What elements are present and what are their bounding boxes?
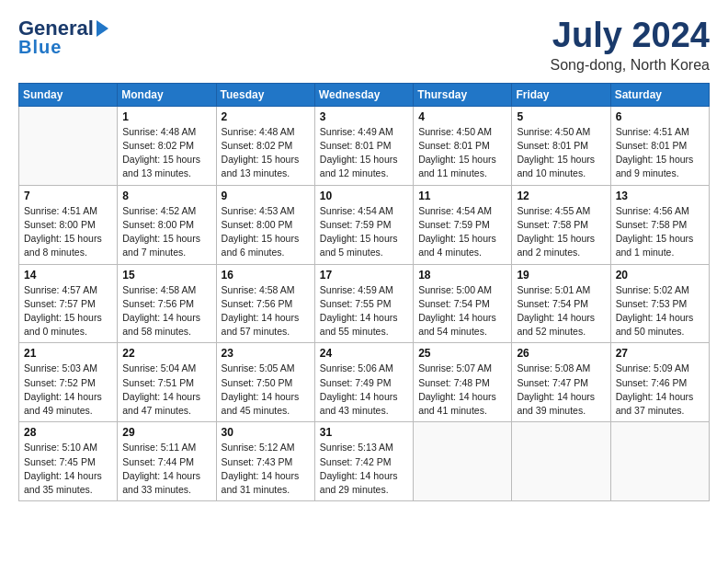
day-number: 20 xyxy=(616,269,704,282)
day-number: 2 xyxy=(222,110,310,123)
calendar-cell: 6Sunrise: 4:51 AM Sunset: 8:01 PM Daylig… xyxy=(610,106,709,185)
day-number: 10 xyxy=(320,190,408,202)
calendar-cell: 15Sunrise: 4:58 AM Sunset: 7:56 PM Dayli… xyxy=(118,264,216,343)
day-number: 3 xyxy=(320,110,408,123)
calendar-cell: 14Sunrise: 4:57 AM Sunset: 7:57 PM Dayli… xyxy=(19,264,118,343)
day-info: Sunrise: 4:49 AM Sunset: 8:01 PM Dayligh… xyxy=(320,125,408,181)
calendar-header-saturday: Saturday xyxy=(610,83,709,106)
day-number: 4 xyxy=(418,110,506,123)
calendar-cell: 20Sunrise: 5:02 AM Sunset: 7:53 PM Dayli… xyxy=(610,264,709,343)
day-info: Sunrise: 4:54 AM Sunset: 7:59 PM Dayligh… xyxy=(320,204,408,260)
day-number: 14 xyxy=(24,269,112,282)
day-info: Sunrise: 5:07 AM Sunset: 7:48 PM Dayligh… xyxy=(418,362,506,418)
day-info: Sunrise: 5:02 AM Sunset: 7:53 PM Dayligh… xyxy=(616,283,704,339)
calendar-cell: 31Sunrise: 5:13 AM Sunset: 7:42 PM Dayli… xyxy=(314,422,413,501)
day-number: 29 xyxy=(122,426,210,439)
day-info: Sunrise: 5:10 AM Sunset: 7:45 PM Dayligh… xyxy=(24,441,112,497)
day-number: 30 xyxy=(222,426,310,439)
day-number: 11 xyxy=(418,190,506,202)
calendar-cell: 2Sunrise: 4:48 AM Sunset: 8:02 PM Daylig… xyxy=(216,106,314,185)
day-info: Sunrise: 5:09 AM Sunset: 7:46 PM Dayligh… xyxy=(616,362,704,418)
day-number: 13 xyxy=(616,190,704,202)
calendar-cell: 18Sunrise: 5:00 AM Sunset: 7:54 PM Dayli… xyxy=(414,264,512,343)
day-number: 5 xyxy=(517,110,605,123)
month-title: July 2024 xyxy=(551,17,710,55)
day-info: Sunrise: 4:55 AM Sunset: 7:58 PM Dayligh… xyxy=(517,204,605,260)
day-number: 8 xyxy=(122,190,210,202)
calendar-cell: 23Sunrise: 5:05 AM Sunset: 7:50 PM Dayli… xyxy=(216,343,314,422)
calendar-cell: 26Sunrise: 5:08 AM Sunset: 7:47 PM Dayli… xyxy=(512,343,610,422)
day-info: Sunrise: 4:59 AM Sunset: 7:55 PM Dayligh… xyxy=(320,283,408,339)
calendar-cell: 29Sunrise: 5:11 AM Sunset: 7:44 PM Dayli… xyxy=(118,422,216,501)
calendar-cell: 27Sunrise: 5:09 AM Sunset: 7:46 PM Dayli… xyxy=(610,343,709,422)
calendar-cell: 1Sunrise: 4:48 AM Sunset: 8:02 PM Daylig… xyxy=(118,106,216,185)
day-number: 17 xyxy=(320,269,408,282)
day-info: Sunrise: 4:48 AM Sunset: 8:02 PM Dayligh… xyxy=(122,125,210,181)
calendar-cell: 22Sunrise: 5:04 AM Sunset: 7:51 PM Dayli… xyxy=(118,343,216,422)
day-number: 19 xyxy=(517,269,605,282)
calendar-cell: 13Sunrise: 4:56 AM Sunset: 7:58 PM Dayli… xyxy=(610,185,709,264)
calendar-cell xyxy=(414,422,512,501)
calendar-header-thursday: Thursday xyxy=(414,83,512,106)
day-info: Sunrise: 4:52 AM Sunset: 8:00 PM Dayligh… xyxy=(122,204,210,260)
day-number: 22 xyxy=(122,347,210,360)
day-number: 9 xyxy=(222,190,310,202)
calendar-cell: 7Sunrise: 4:51 AM Sunset: 8:00 PM Daylig… xyxy=(19,185,118,264)
day-info: Sunrise: 4:57 AM Sunset: 7:57 PM Dayligh… xyxy=(24,283,112,339)
day-info: Sunrise: 5:00 AM Sunset: 7:54 PM Dayligh… xyxy=(418,283,506,339)
day-info: Sunrise: 4:56 AM Sunset: 7:58 PM Dayligh… xyxy=(616,204,704,260)
day-info: Sunrise: 4:51 AM Sunset: 8:01 PM Dayligh… xyxy=(616,125,704,181)
day-number: 27 xyxy=(616,347,704,360)
day-number: 25 xyxy=(418,347,506,360)
day-info: Sunrise: 5:13 AM Sunset: 7:42 PM Dayligh… xyxy=(320,441,408,497)
day-info: Sunrise: 5:01 AM Sunset: 7:54 PM Dayligh… xyxy=(517,283,605,339)
logo-blue: Blue xyxy=(18,37,62,58)
logo: General Blue xyxy=(18,17,108,58)
calendar-cell: 8Sunrise: 4:52 AM Sunset: 8:00 PM Daylig… xyxy=(118,185,216,264)
calendar-cell: 9Sunrise: 4:53 AM Sunset: 8:00 PM Daylig… xyxy=(216,185,314,264)
calendar-week-3: 14Sunrise: 4:57 AM Sunset: 7:57 PM Dayli… xyxy=(19,264,710,343)
day-info: Sunrise: 4:58 AM Sunset: 7:56 PM Dayligh… xyxy=(122,283,210,339)
day-info: Sunrise: 5:06 AM Sunset: 7:49 PM Dayligh… xyxy=(320,362,408,418)
calendar-cell: 5Sunrise: 4:50 AM Sunset: 8:01 PM Daylig… xyxy=(512,106,610,185)
day-number: 21 xyxy=(24,347,112,360)
day-number: 24 xyxy=(320,347,408,360)
calendar-cell xyxy=(512,422,610,501)
day-info: Sunrise: 4:53 AM Sunset: 8:00 PM Dayligh… xyxy=(222,204,310,260)
day-number: 28 xyxy=(24,426,112,439)
calendar-header-friday: Friday xyxy=(512,83,610,106)
calendar-cell xyxy=(610,422,709,501)
calendar-week-4: 21Sunrise: 5:03 AM Sunset: 7:52 PM Dayli… xyxy=(19,343,710,422)
day-info: Sunrise: 4:50 AM Sunset: 8:01 PM Dayligh… xyxy=(418,125,506,181)
day-number: 31 xyxy=(320,426,408,439)
calendar-header-sunday: Sunday xyxy=(19,83,118,106)
calendar-header-row: SundayMondayTuesdayWednesdayThursdayFrid… xyxy=(19,83,710,106)
calendar-cell: 24Sunrise: 5:06 AM Sunset: 7:49 PM Dayli… xyxy=(314,343,413,422)
calendar-week-2: 7Sunrise: 4:51 AM Sunset: 8:00 PM Daylig… xyxy=(19,185,710,264)
title-area: July 2024 Song-dong, North Korea xyxy=(551,17,710,74)
calendar-week-5: 28Sunrise: 5:10 AM Sunset: 7:45 PM Dayli… xyxy=(19,422,710,501)
header: General Blue July 2024 Song-dong, North … xyxy=(18,17,710,74)
day-info: Sunrise: 4:51 AM Sunset: 8:00 PM Dayligh… xyxy=(24,204,112,260)
day-number: 12 xyxy=(517,190,605,202)
subtitle: Song-dong, North Korea xyxy=(551,57,710,74)
calendar-cell: 11Sunrise: 4:54 AM Sunset: 7:59 PM Dayli… xyxy=(414,185,512,264)
day-number: 23 xyxy=(222,347,310,360)
calendar-cell: 30Sunrise: 5:12 AM Sunset: 7:43 PM Dayli… xyxy=(216,422,314,501)
calendar-cell xyxy=(19,106,118,185)
day-number: 7 xyxy=(24,190,112,202)
calendar-cell: 25Sunrise: 5:07 AM Sunset: 7:48 PM Dayli… xyxy=(414,343,512,422)
calendar-header-tuesday: Tuesday xyxy=(216,83,314,106)
day-info: Sunrise: 4:54 AM Sunset: 7:59 PM Dayligh… xyxy=(418,204,506,260)
calendar-cell: 19Sunrise: 5:01 AM Sunset: 7:54 PM Dayli… xyxy=(512,264,610,343)
calendar-week-1: 1Sunrise: 4:48 AM Sunset: 8:02 PM Daylig… xyxy=(19,106,710,185)
day-number: 6 xyxy=(616,110,704,123)
day-info: Sunrise: 5:12 AM Sunset: 7:43 PM Dayligh… xyxy=(222,441,310,497)
day-number: 26 xyxy=(517,347,605,360)
calendar: SundayMondayTuesdayWednesdayThursdayFrid… xyxy=(18,83,710,501)
day-info: Sunrise: 5:11 AM Sunset: 7:44 PM Dayligh… xyxy=(122,441,210,497)
calendar-cell: 21Sunrise: 5:03 AM Sunset: 7:52 PM Dayli… xyxy=(19,343,118,422)
calendar-cell: 3Sunrise: 4:49 AM Sunset: 8:01 PM Daylig… xyxy=(314,106,413,185)
calendar-cell: 17Sunrise: 4:59 AM Sunset: 7:55 PM Dayli… xyxy=(314,264,413,343)
day-info: Sunrise: 5:03 AM Sunset: 7:52 PM Dayligh… xyxy=(24,362,112,418)
